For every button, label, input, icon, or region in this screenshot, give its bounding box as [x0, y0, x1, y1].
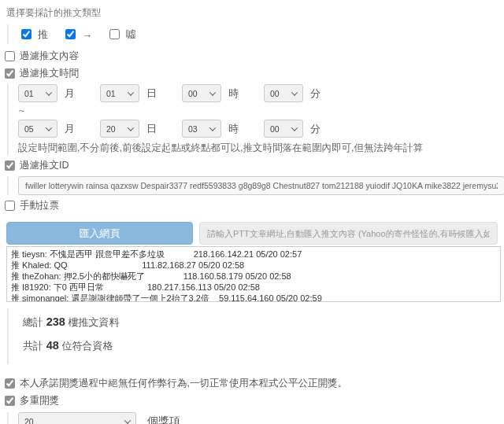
multi-draw-label: 多重開獎 [20, 394, 59, 407]
chevron-down-icon [209, 124, 216, 131]
prize-unit-label: 個獎項 [147, 415, 180, 424]
time-filter-checkbox[interactable] [5, 68, 15, 79]
time-to-row: 05 月 20 日 03 時 00 [18, 120, 498, 138]
from-hour-value: 00 [188, 89, 198, 98]
total-comments-stat: 總計 238 樓推文資料 [23, 315, 498, 330]
to-month-select[interactable]: 05 [18, 120, 57, 138]
qualified-stat: 共計 48 位符合資格 [23, 339, 498, 353]
push-checkbox[interactable] [21, 29, 32, 39]
from-minute-select[interactable]: 00 [264, 84, 303, 102]
chevron-down-icon [46, 89, 52, 95]
lottery-tool-page: 選擇要採計的推文類型 推 → 噓 過濾推文內容 過濾推文時間 01 [0, 0, 504, 424]
to-hour-value: 03 [188, 124, 198, 134]
pledge-checkbox[interactable] [5, 378, 15, 389]
article-url-input[interactable] [199, 222, 498, 245]
push-type-option-push[interactable]: 推 [18, 27, 48, 42]
boo-checkbox[interactable] [109, 29, 120, 39]
id-filter-checkbox[interactable] [5, 160, 15, 171]
id-filter-section [7, 176, 498, 195]
push-type-section-label: 選擇要採計的推文類型 [6, 6, 498, 20]
import-row: 匯入網頁 [6, 222, 498, 245]
content-filter-label: 過濾推文內容 [20, 50, 79, 63]
day-unit-label: 日 [146, 122, 157, 136]
manual-checkbox[interactable] [5, 201, 15, 211]
from-month-select[interactable]: 01 [18, 84, 57, 102]
content-filter-row[interactable]: 過濾推文內容 [5, 50, 498, 63]
range-tilde: ~ [19, 105, 498, 116]
qualified-prefix: 共計 [23, 340, 43, 352]
minute-unit-label: 分 [310, 122, 321, 136]
push-type-option-boo[interactable]: 噓 [106, 27, 136, 42]
import-webpage-button[interactable]: 匯入網頁 [6, 222, 193, 245]
chevron-down-icon [46, 124, 52, 131]
arrow-checkbox[interactable] [65, 29, 76, 39]
from-month-value: 01 [24, 89, 34, 98]
total-suffix: 樓推文資料 [68, 316, 119, 328]
to-minute-select[interactable]: 00 [264, 120, 303, 138]
push-checkbox-label: 推 [38, 28, 48, 42]
prize-count-value: 20 [24, 417, 34, 424]
time-filter-label: 過濾推文時間 [20, 67, 79, 80]
stats-section: 總計 238 樓推文資料 共計 48 位符合資格 [7, 308, 498, 364]
chevron-down-icon [124, 417, 131, 423]
id-filter-input[interactable] [18, 176, 504, 195]
multi-draw-checkbox[interactable] [5, 396, 15, 406]
manual-row[interactable]: 手動拉票 [5, 199, 498, 212]
month-unit-label: 月 [65, 87, 75, 101]
multi-draw-row[interactable]: 多重開獎 [5, 394, 498, 407]
qualified-count: 48 [46, 339, 59, 352]
time-from-row: 01 月 01 日 00 時 00 [18, 84, 498, 102]
hour-unit-label: 時 [228, 122, 239, 136]
qualified-suffix: 位符合資格 [61, 340, 113, 352]
day-unit-label: 日 [146, 87, 157, 101]
chevron-down-icon [291, 124, 298, 131]
chevron-down-icon [128, 124, 134, 131]
time-range-section: 01 月 01 日 00 時 00 [7, 84, 498, 155]
month-unit-label: 月 [65, 122, 75, 136]
from-minute-value: 00 [270, 89, 280, 98]
chevron-down-icon [128, 89, 134, 95]
from-day-select[interactable]: 01 [100, 84, 139, 102]
chevron-down-icon [209, 89, 216, 95]
chevron-down-icon [291, 89, 298, 95]
pledge-row[interactable]: 本人承諾開獎過程中絕無任何作弊行為,一切正常使用本程式公平公正開獎。 [5, 377, 498, 390]
time-range-note: 設定時間範圍,不分前後,前後設定起點或終點都可以,推文時間落在範圍內即可,但無法… [18, 142, 498, 155]
minute-unit-label: 分 [310, 87, 321, 101]
to-day-value: 20 [106, 124, 116, 134]
from-hour-select[interactable]: 00 [182, 84, 221, 102]
prize-count-row: 20 個獎項 [18, 412, 498, 424]
manual-label: 手動拉票 [20, 199, 59, 212]
to-hour-select[interactable]: 03 [182, 120, 221, 138]
id-filter-row[interactable]: 過濾推文ID [5, 159, 498, 172]
push-type-option-arrow[interactable]: → [62, 27, 92, 42]
push-type-options: 推 → 噓 [7, 24, 498, 44]
boo-checkbox-label: 噓 [126, 28, 136, 42]
prize-count-select[interactable]: 20 [18, 412, 136, 424]
to-month-value: 05 [24, 124, 34, 134]
content-filter-checkbox[interactable] [5, 51, 15, 61]
comments-textarea[interactable]: 推 tieysn: 不愧是西甲 跟意甲差不多垃圾 218.166.142.21 … [6, 246, 501, 302]
id-filter-label: 過濾推文ID [20, 159, 69, 172]
total-prefix: 總計 [23, 316, 43, 328]
multi-draw-section: 20 個獎項 此選項可一次開出多位得獎者 [7, 412, 498, 424]
pledge-label: 本人承諾開獎過程中絕無任何作弊行為,一切正常使用本程式公平公正開獎。 [20, 377, 347, 390]
from-day-value: 01 [106, 89, 116, 98]
arrow-checkbox-label: → [82, 28, 92, 40]
to-minute-value: 00 [270, 124, 280, 134]
total-count: 238 [46, 315, 65, 328]
to-day-select[interactable]: 20 [100, 120, 139, 138]
hour-unit-label: 時 [228, 87, 239, 101]
time-filter-row[interactable]: 過濾推文時間 [5, 67, 498, 80]
